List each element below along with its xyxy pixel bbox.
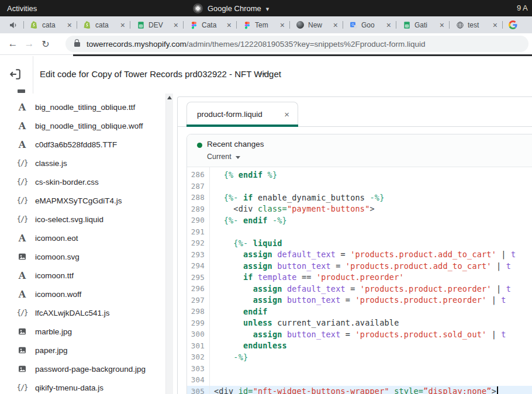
tab-close-icon[interactable]: [67, 20, 72, 30]
tab-close-icon[interactable]: [333, 20, 338, 30]
file-item[interactable]: password-page-background.jpg: [0, 360, 165, 378]
tab-close-icon[interactable]: [174, 20, 178, 30]
reload-button[interactable]: ↻: [37, 36, 54, 52]
line-number: 303: [187, 364, 205, 373]
file-item[interactable]: {/}qikify-tmenu-data.js: [0, 378, 165, 394]
editor-tab-close-icon[interactable]: [284, 109, 289, 119]
code-line-text: -%}: [214, 352, 248, 362]
back-button[interactable]: ←: [5, 36, 21, 52]
file-item[interactable]: {/}eMAPMXSyTCgGdiT4.js: [0, 191, 165, 210]
activities-button[interactable]: Activities: [7, 4, 37, 13]
tab-close-icon[interactable]: [227, 20, 232, 30]
browser-tab[interactable]: cata: [23, 16, 77, 33]
browser-tab-strip: catacataDEVCataTemNewGGooGatitest: [0, 16, 532, 33]
code-line[interactable]: 293 assign default_text = 'products.prod…: [187, 249, 532, 261]
editor-file-tab[interactable]: product-form.liquid: [186, 102, 298, 126]
font-file-icon: A: [17, 139, 27, 150]
scrollbar-up-arrow-icon[interactable]: [167, 96, 172, 99]
browser-tab[interactable]: test: [449, 16, 502, 33]
code-line[interactable]: 290 {%- endif -%}: [187, 215, 532, 226]
tab-title: cata: [42, 21, 64, 29]
code-line[interactable]: 297 assign button_text = 'products.produ…: [187, 295, 532, 306]
browser-tab[interactable]: Tem: [236, 16, 289, 33]
tab-title: Goo: [361, 21, 383, 29]
address-bar[interactable]: towerrecords.myshopify.com/admin/themes/…: [65, 36, 528, 52]
code-line[interactable]: 292 {%- liquid: [187, 237, 532, 249]
tab-close-icon[interactable]: [493, 20, 498, 30]
code-line[interactable]: 291: [187, 226, 532, 238]
code-line[interactable]: 295 if template == 'product.preorder': [187, 272, 532, 284]
file-item[interactable]: {/}cs-skin-border.css: [0, 172, 165, 191]
url-path: /admin/themes/122208190535?key=snippets%…: [186, 40, 426, 49]
file-item[interactable]: {/}classie.js: [0, 154, 165, 172]
unsaved-changes-dot: [197, 143, 202, 148]
file-item[interactable]: Aicomoon.ttf: [0, 266, 165, 285]
tab-close-icon[interactable]: [120, 20, 125, 30]
browser-tabs: catacataDEVCataTemNewGGooGatitest: [23, 16, 532, 33]
forward-button[interactable]: →: [21, 36, 37, 52]
code-line[interactable]: 288 {%- if enable_dynamic_buttons -%}: [187, 192, 532, 203]
editor-container: Recent changes Current 286 {% endif %}28…: [186, 134, 532, 394]
line-number: 288: [187, 193, 205, 202]
code-line[interactable]: 302 -%}: [187, 351, 532, 363]
browser-tab[interactable]: GGoo: [343, 16, 396, 33]
code-line[interactable]: 296 assign default_text = 'products.prod…: [187, 283, 532, 295]
app-menu[interactable]: Google Chrome: [193, 4, 269, 13]
file-item[interactable]: Aicomoon.eot: [0, 229, 165, 247]
sidebar-scrollbar[interactable]: [165, 94, 173, 394]
file-item[interactable]: Abig_noodle_titling_oblique.woff: [0, 116, 165, 135]
file-item[interactable]: icomoon.svg: [0, 247, 165, 266]
code-line[interactable]: 301 endunless: [187, 340, 532, 352]
code-area[interactable]: 286 {% endif %}287288 {%- if enable_dyna…: [187, 167, 532, 394]
code-line-text: {%- liquid: [214, 239, 282, 248]
recent-changes-label: Recent changes: [207, 140, 264, 148]
font-file-icon: A: [17, 102, 27, 113]
file-item[interactable]: Ac0df3a6b528fdd85.TTF: [0, 135, 165, 154]
code-line[interactable]: 287: [187, 181, 532, 192]
code-line[interactable]: 303: [187, 363, 532, 375]
browser-tab[interactable]: Gati: [396, 16, 449, 33]
file-item[interactable]: Abig_noodle_titling_oblique.ttf: [0, 98, 165, 116]
page-header: Edit code for Copy of Tower Records prd0…: [0, 55, 532, 94]
code-line[interactable]: 300 assign button_text = 'products.produ…: [187, 329, 532, 340]
file-name: c0df3a6b528fdd85.TTF: [35, 140, 117, 149]
file-name: qikify-tmenu-data.js: [35, 383, 103, 392]
line-number: 290: [187, 216, 205, 224]
code-line[interactable]: 286 {% endif %}: [187, 169, 532, 181]
tab-title: Tem: [255, 21, 277, 29]
tab-close-icon[interactable]: [440, 20, 444, 30]
browser-tab[interactable]: DEV: [130, 16, 183, 33]
tab-close-icon[interactable]: [386, 20, 391, 30]
browser-tab[interactable]: Cata: [183, 16, 236, 33]
code-line-text: endunless: [214, 341, 287, 350]
browser-tab[interactable]: cata: [77, 16, 130, 33]
file-item[interactable]: {/}ico-select.svg.liquid: [0, 210, 165, 229]
code-line[interactable]: 299 unless current_variant.available: [187, 317, 532, 329]
file-list: Abig_noodle_titling_oblique.ttfAbig_nood…: [0, 94, 165, 394]
code-line-text: if template == 'product.preorder': [214, 272, 404, 282]
screen: Activities Google Chrome 9 A catacataDEV…: [0, 0, 532, 394]
file-name: big_noodle_titling_oblique.woff: [35, 122, 143, 130]
file-item[interactable]: paper.jpg: [0, 341, 165, 360]
code-line[interactable]: 305<div id="nft-widget-buttons-wrapper" …: [187, 386, 532, 394]
file-item[interactable]: Aicomoon.woff: [0, 285, 165, 303]
more-actions-button[interactable]: [260, 55, 270, 94]
exit-code-editor-icon[interactable]: [9, 68, 22, 81]
file-item[interactable]: {/}lfcAXLwjkDALc541.js: [0, 303, 165, 322]
file-name: paper.jpg: [35, 346, 68, 355]
system-clock[interactable]: 9 A: [517, 0, 532, 16]
browser-tab[interactable]: New: [289, 16, 343, 33]
code-line[interactable]: 289 <div class="payment-buttons">: [187, 203, 532, 215]
code-line[interactable]: 294 assign button_text = 'products.produ…: [187, 260, 532, 272]
code-line[interactable]: 304: [187, 374, 532, 386]
url-host: towerrecords.myshopify.com: [87, 40, 186, 49]
tab-title: Gati: [414, 21, 436, 29]
line-number: 297: [187, 296, 205, 305]
file-item[interactable]: marble.jpg: [0, 322, 165, 341]
code-line[interactable]: 298 endif: [187, 306, 532, 317]
file-name: icomoon.ttf: [35, 271, 74, 280]
version-dropdown[interactable]: Current: [207, 153, 240, 161]
code-line-text: assign default_text = 'products.product.…: [214, 284, 511, 293]
tab-close-icon[interactable]: [280, 20, 285, 30]
browser-tab[interactable]: [502, 16, 532, 33]
